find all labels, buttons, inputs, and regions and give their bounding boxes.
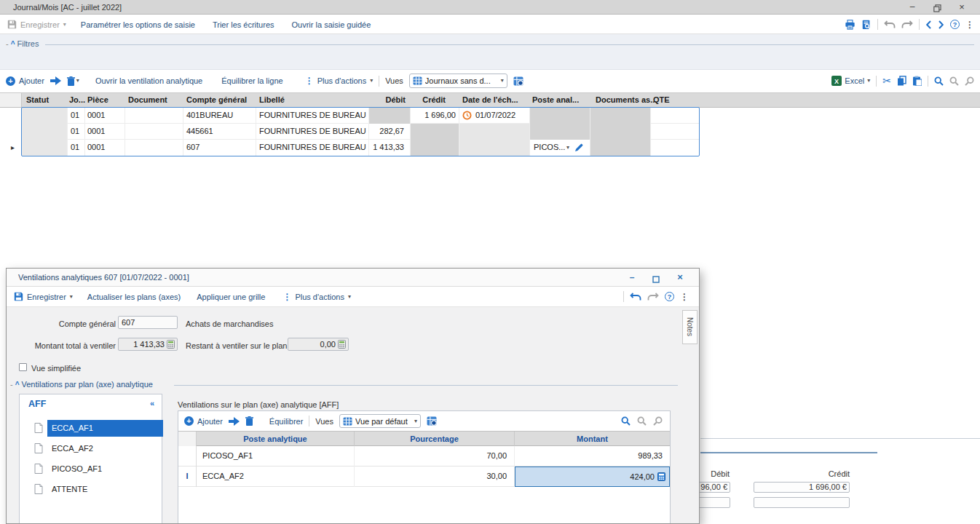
col-qte[interactable]: QTE [653,93,670,107]
vues-dropdown[interactable]: Journaux sans d... ▾ [409,74,507,88]
next-button[interactable] [938,20,944,29]
pourcentage-cell[interactable]: 70,00 [355,446,515,467]
compte-general-input[interactable]: 607 [118,316,178,329]
add-line-button[interactable]: + Ajouter [6,76,44,86]
col-compte[interactable]: Compte général [186,93,247,107]
document-cell[interactable] [125,108,183,124]
calculator-icon[interactable] [657,472,665,481]
print-button[interactable] [845,20,855,30]
collapse-section-icon[interactable]: ^ [15,381,20,389]
table-row[interactable]: 01 0001 445661 FOURNITURES DE BUREAU 282… [22,124,699,140]
search-previous-button[interactable] [949,76,959,86]
view-settings-icon[interactable] [427,416,437,426]
libelle-cell[interactable]: FOURNITURES DE BUREAU [256,108,369,124]
add-ventilation-button[interactable]: + Ajouter [184,416,223,426]
montant-cell[interactable]: 989,33 [515,446,670,467]
col-montant[interactable]: Montant [515,432,670,446]
libelle-cell[interactable]: FOURNITURES DE BUREAU [256,140,369,156]
balance-button[interactable]: Équilibrer [269,417,303,426]
compte-cell[interactable]: 607 [183,140,256,156]
jo-cell[interactable]: 01 [68,108,85,124]
jo-cell[interactable]: 01 [68,124,85,140]
insert-line-arrow-button[interactable] [50,76,61,85]
vent-table-row-current[interactable]: I ECCA_AF2 30,00 424,00 [178,467,670,487]
balance-line-button[interactable]: Équilibrer la ligne [221,76,282,85]
search-next-button[interactable] [965,76,974,86]
open-ventilation-button[interactable]: Ouvrir la ventilation analytique [95,76,202,85]
table-row-current[interactable]: 01 0001 607 FOURNITURES DE BUREAU 1 413,… [22,140,699,156]
redo-button[interactable] [901,20,913,29]
pourcentage-cell[interactable]: 30,00 [355,467,515,487]
col-libelle[interactable]: Libellé [259,93,285,107]
plan-item-label[interactable]: ECCA_AF2 [47,440,163,457]
col-credit[interactable]: Crédit [411,93,446,107]
col-poste-analytique[interactable]: Poste analytique [197,432,355,446]
vent-table-row[interactable]: PICOSO_AF1 70,00 989,33 [178,446,670,467]
excel-export-button[interactable]: X Excel ▾ [831,76,870,86]
notes-tab[interactable]: Notes [682,310,698,344]
table-row[interactable]: 01 0001 401BUREAU FOURNITURES DE BUREAU … [22,108,699,124]
col-jo[interactable]: Jo... [69,93,85,107]
compte-cell[interactable]: 401BUREAU [183,108,256,124]
vue-simplifiee-checkbox[interactable] [19,363,27,371]
paste-button[interactable] [912,76,922,86]
insert-line-arrow-button[interactable] [229,417,240,426]
collapse-panel-icon[interactable]: « [150,399,154,408]
qte-cell[interactable] [651,124,699,140]
redo-button[interactable] [647,293,659,301]
edit-pencil-icon[interactable] [575,143,583,151]
undo-button[interactable] [630,293,641,301]
dialog-close-button[interactable]: × [673,271,687,284]
col-piece[interactable]: Pièce [87,93,108,107]
help-button[interactable]: ? [665,292,674,301]
piece-cell[interactable]: 0001 [85,124,125,140]
qte-cell[interactable] [651,140,699,156]
save-button[interactable]: Enregistrer ▾ [7,20,66,29]
more-actions-button[interactable]: ⋮ Plus d'actions ▾ [305,76,374,85]
col-statut[interactable]: Statut [26,93,49,107]
montant-cell-selected[interactable]: 424,00 [515,467,670,487]
delete-line-button[interactable]: ▾ [67,76,79,86]
col-document[interactable]: Document [128,93,167,107]
restore-button[interactable] [930,0,944,15]
search-next-button[interactable] [653,416,663,426]
col-docs[interactable]: Documents as... [596,93,657,107]
poste-cell[interactable]: ECCA_AF2 [197,467,355,487]
view-settings-icon[interactable] [513,76,523,86]
plan-item-label[interactable]: PICOSO_AF1 [47,461,163,477]
close-button[interactable]: × [955,0,969,15]
col-pourcentage[interactable]: Pourcentage [355,432,515,446]
dialog-maximize-button[interactable] [649,271,663,284]
previous-button[interactable] [925,20,932,29]
poste-cell[interactable]: PICOS... ▾ [530,140,590,156]
col-debit[interactable]: Débit [369,93,406,107]
plan-item-label[interactable]: ECCA_AF1 [47,420,163,437]
search-button[interactable] [934,76,944,86]
delete-ventilation-button[interactable] [245,416,253,426]
date-cell[interactable]: 01/07/2022 [459,108,530,124]
document-cell[interactable] [125,140,183,156]
piece-cell[interactable]: 0001 [85,140,125,156]
menu-ouvrir-saisie-guidee[interactable]: Ouvrir la saisie guidée [292,20,371,29]
refresh-plans-button[interactable]: Actualiser les plans (axes) [87,293,181,301]
col-date[interactable]: Date de l'éch... [462,93,518,107]
search-previous-button[interactable] [637,416,647,426]
menu-parametrer-options[interactable]: Paramétrer les options de saisie [81,20,195,29]
help-button[interactable]: ? [950,20,960,29]
qte-cell[interactable] [651,108,699,124]
plan-item-label[interactable]: ATTENTE [47,481,163,498]
more-options-button[interactable]: ⋮ [680,293,689,301]
menu-trier-ecritures[interactable]: Trier les écritures [213,20,274,29]
libelle-cell[interactable]: FOURNITURES DE BUREAU [256,124,369,140]
undo-button[interactable] [884,20,896,29]
cut-button[interactable]: ✂ [882,75,891,87]
dialog-more-actions-button[interactable]: ⋮ Plus d'actions ▾ [282,293,351,301]
search-button[interactable] [621,416,631,426]
chevron-down-icon[interactable]: ▾ [566,145,569,151]
poste-cell[interactable]: PICOSO_AF1 [197,446,355,467]
debit-cell[interactable]: 1 413,33 [369,140,411,156]
print-preview-button[interactable] [861,20,872,30]
document-cell[interactable] [125,124,183,140]
calculator-icon[interactable] [167,340,175,349]
vues-dropdown[interactable]: Vue par défaut ▾ [339,414,421,428]
